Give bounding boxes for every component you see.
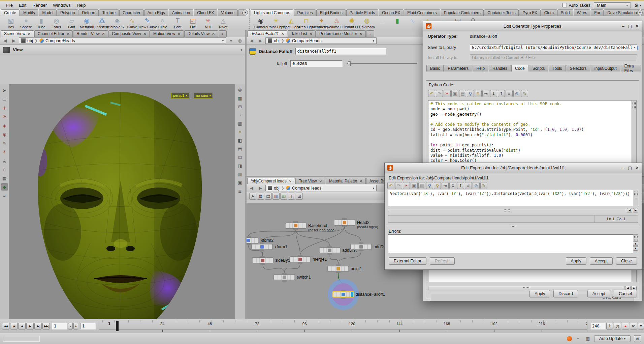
- discard-button[interactable]: Discard: [553, 290, 578, 297]
- shelf-tool-unlabeled[interactable]: ▮: [390, 16, 405, 25]
- current-frame-marker[interactable]: [116, 321, 119, 331]
- breadcrumb-obj[interactable]: obj: [274, 38, 280, 43]
- find-replace-icon[interactable]: ⚲: [475, 90, 482, 97]
- desk-selector[interactable]: Main ▾: [594, 2, 631, 8]
- close-icon[interactable]: ✕: [635, 165, 639, 170]
- play-icon[interactable]: ▶: [26, 323, 34, 329]
- dialog-titlebar[interactable]: Edit Operator Type Properties – ▢ ✕: [423, 21, 642, 31]
- refresh-button[interactable]: Refresh: [430, 257, 455, 265]
- forward-icon[interactable]: ▶: [257, 185, 264, 191]
- copy-icon[interactable]: ▣: [451, 90, 458, 97]
- prev-keyframe-icon[interactable]: |◀: [10, 323, 18, 329]
- view-grid-icon[interactable]: ▦: [236, 95, 244, 102]
- node-wire[interactable]: [296, 230, 330, 246]
- shelf-tab-ocean-fx[interactable]: Ocean FX: [379, 9, 404, 16]
- code-editor-hscroll[interactable]: ◀ ▶: [428, 286, 637, 290]
- frame-step-minus-button[interactable]: -: [68, 323, 73, 329]
- import-source-icon[interactable]: ↧: [490, 90, 497, 97]
- select-tool-icon[interactable]: ➤: [1, 87, 8, 94]
- pane-tab-performance-monitor[interactable]: Performance Monitor✕: [316, 30, 365, 37]
- dialog-titlebar[interactable]: Edit Expression for: /obj/CompareHeads/p…: [385, 163, 642, 173]
- range-slider-icon[interactable]: ⇧: [606, 323, 613, 329]
- shelf-tab-volume[interactable]: Volume: [218, 9, 238, 16]
- dialog-tab-scripts[interactable]: Scripts: [529, 65, 549, 71]
- copy-icon[interactable]: ▣: [411, 182, 418, 189]
- add-tab-icon[interactable]: ＋: [219, 30, 227, 37]
- breadcrumb-obj[interactable]: obj: [27, 38, 33, 43]
- redo-icon[interactable]: ↷: [436, 90, 443, 97]
- shelf-tool-unlabeled[interactable]: ◬: [375, 16, 390, 25]
- pane-tab-composite-view[interactable]: Composite View✕: [108, 30, 150, 37]
- brush-tool-icon[interactable]: ✳: [1, 148, 8, 155]
- shelf-tool-distant-li[interactable]: ✺Distant Li...: [344, 16, 359, 29]
- menu-file[interactable]: File: [3, 3, 16, 8]
- no-cam-menu[interactable]: no cam▾: [194, 93, 213, 98]
- net-list-icon[interactable]: ▤: [265, 193, 272, 200]
- shelf-tab-wires[interactable]: Wires: [574, 9, 591, 16]
- errors-scrollbar[interactable]: ▲ ▼: [633, 234, 638, 253]
- indent-icon[interactable]: ⇥: [482, 90, 489, 97]
- pane-tab-render-view[interactable]: Render View✕: [73, 30, 108, 37]
- loop-icon[interactable]: ⟳: [630, 323, 637, 329]
- undo-icon[interactable]: ↶: [428, 90, 435, 97]
- back-icon[interactable]: ◀: [248, 38, 255, 44]
- shelf-tab-modify[interactable]: Modify: [20, 9, 38, 16]
- shelf-tool-torus[interactable]: ◎Torus: [49, 16, 64, 29]
- shelf-tool-platonic-s[interactable]: ◈Platonic S...: [109, 16, 125, 29]
- shelf-tool-volume-li[interactable]: ♨Volume Li...: [329, 16, 344, 29]
- menu-render[interactable]: Render: [29, 3, 50, 8]
- slider-handle[interactable]: [348, 61, 351, 66]
- layout-tool-icon[interactable]: ▦: [1, 175, 8, 182]
- back-icon[interactable]: ◀: [248, 185, 255, 191]
- shelf-tab-cloth[interactable]: Cloth: [541, 9, 557, 16]
- pane-tab-obj-compareheads[interactable]: /obj/CompareHeads✕: [247, 178, 295, 184]
- pane-tab-take-list[interactable]: Take List✕: [288, 30, 316, 37]
- find-replace-icon[interactable]: ⚲: [434, 182, 441, 189]
- maximize-icon[interactable]: ▢: [628, 165, 632, 170]
- next-frame-icon[interactable]: ▶|: [34, 323, 42, 329]
- net-pointer-icon[interactable]: ➤: [249, 193, 256, 200]
- close-tab-icon[interactable]: ✕: [310, 32, 312, 36]
- shelf-tab-animation[interactable]: Animation: [169, 9, 193, 16]
- shelf-tab-particle-fluids[interactable]: Particle Fluids: [346, 9, 378, 16]
- network-node-point1[interactable]: point1: [328, 264, 362, 273]
- dialog-tab-handles[interactable]: Handles: [489, 65, 511, 71]
- play-reverse-icon[interactable]: ◀: [18, 323, 26, 329]
- apply-button[interactable]: Apply: [529, 290, 550, 297]
- shelf-tab-auto-rigs[interactable]: Auto Rigs: [144, 9, 168, 16]
- shelf-overflow-icon[interactable]: ▼: [243, 10, 248, 15]
- timeline-menu-icon[interactable]: ▾: [638, 323, 644, 329]
- breadcrumb[interactable]: obj ❯ CompareHeads ▾: [265, 185, 377, 191]
- minimize-icon[interactable]: –: [622, 24, 624, 29]
- node-wire[interactable]: [263, 264, 284, 273]
- edit-pad-icon[interactable]: ✎: [480, 182, 487, 189]
- radial-menu-icon[interactable]: ◎: [236, 38, 244, 44]
- shelf-tool-sphere[interactable]: ●Sphere: [19, 16, 34, 29]
- pin-icon[interactable]: ⌖: [227, 38, 235, 44]
- close-tab-icon[interactable]: ✕: [359, 32, 362, 36]
- find-icon[interactable]: ⚲: [467, 90, 474, 97]
- pane-tab-channel-editor[interactable]: Channel Editor✕: [34, 30, 73, 37]
- python-node-icon[interactable]: [249, 48, 256, 55]
- dialog-tab-extra-files[interactable]: Extra Files: [621, 65, 641, 71]
- breadcrumb[interactable]: obj ❯ CompareHeads ▾: [19, 37, 226, 44]
- shelf-tool-point-light[interactable]: ☀Point Light: [268, 16, 284, 29]
- network-node-switch1[interactable]: switch1: [274, 273, 311, 282]
- net-options-icon[interactable]: ⊞: [296, 193, 303, 200]
- close-tab-icon[interactable]: ✕: [102, 32, 105, 36]
- close-tab-icon[interactable]: ✕: [28, 32, 30, 36]
- shelf-tool-file[interactable]: ◰File: [185, 16, 200, 29]
- network-node-head2[interactable]: Head2(head3.bgeo): [334, 218, 378, 229]
- scroll-up-icon[interactable]: ▲: [633, 241, 638, 246]
- net-palette-icon[interactable]: ◫: [288, 193, 295, 200]
- close-button[interactable]: Close: [616, 257, 637, 265]
- close-tab-icon[interactable]: ✕: [281, 32, 284, 36]
- clock-icon[interactable]: ◷: [614, 323, 621, 329]
- box-select-tool-icon[interactable]: ▭: [1, 96, 8, 103]
- breadcrumb[interactable]: obj ❯ CompareHeads ▾: [265, 37, 377, 44]
- node-name-field[interactable]: distanceFalloff1: [295, 48, 386, 55]
- pane-tab-motion-view[interactable]: Motion View✕: [150, 30, 184, 37]
- dialog-tab-tools[interactable]: Tools: [549, 65, 566, 71]
- add-tab-icon[interactable]: ＋: [366, 30, 374, 37]
- breadcrumb-node[interactable]: CompareHeads: [45, 38, 75, 43]
